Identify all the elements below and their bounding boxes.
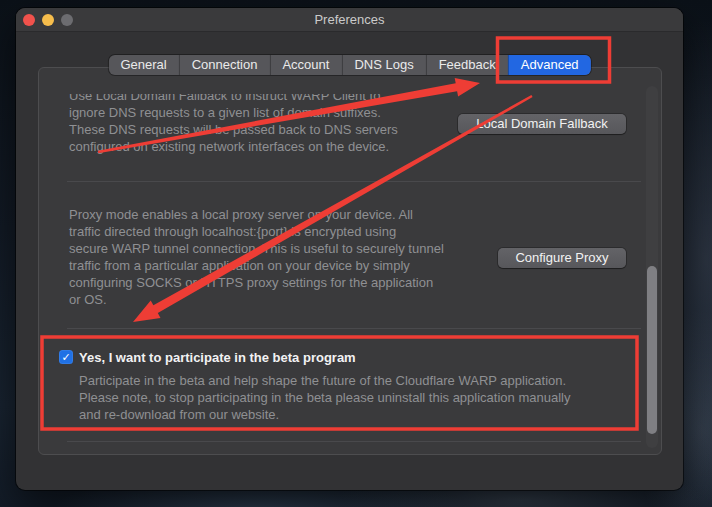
tab-connection[interactable]: Connection (179, 55, 270, 75)
beta-description: Participate in the beta and help shape t… (79, 372, 570, 423)
window-title: Preferences (16, 8, 683, 31)
tab-account[interactable]: Account (269, 55, 341, 75)
scroll-viewport: Use Local Domain Fallback to instruct WA… (39, 94, 639, 182)
section-divider (67, 181, 641, 182)
checkmark-icon: ✓ (61, 352, 70, 363)
tab-feedback[interactable]: Feedback (426, 55, 508, 75)
tab-general[interactable]: General (108, 55, 178, 75)
scrollbar-thumb[interactable] (647, 266, 657, 434)
tab-advanced[interactable]: Advanced (508, 55, 591, 75)
beta-checkbox[interactable]: ✓ (59, 350, 73, 364)
configure-proxy-button[interactable]: Configure Proxy (498, 248, 626, 268)
desktop-background: Preferences General Connection Account D… (0, 0, 712, 507)
tab-dns-logs[interactable]: DNS Logs (341, 55, 425, 75)
section-divider (67, 328, 641, 329)
section-divider (67, 441, 641, 442)
advanced-settings-panel: Use Local Domain Fallback to instruct WA… (38, 67, 662, 455)
tab-bar: General Connection Account DNS Logs Feed… (108, 55, 590, 75)
beta-checkbox-label[interactable]: Yes, I want to participate in the beta p… (79, 350, 356, 365)
preferences-window: Preferences General Connection Account D… (16, 8, 683, 490)
local-domain-fallback-button[interactable]: Local Domain Fallback (458, 114, 626, 134)
beta-checkbox-row: ✓ Yes, I want to participate in the beta… (59, 349, 356, 365)
titlebar[interactable]: Preferences (16, 8, 683, 32)
proxy-description: Proxy mode enables a local proxy server … (69, 206, 444, 308)
